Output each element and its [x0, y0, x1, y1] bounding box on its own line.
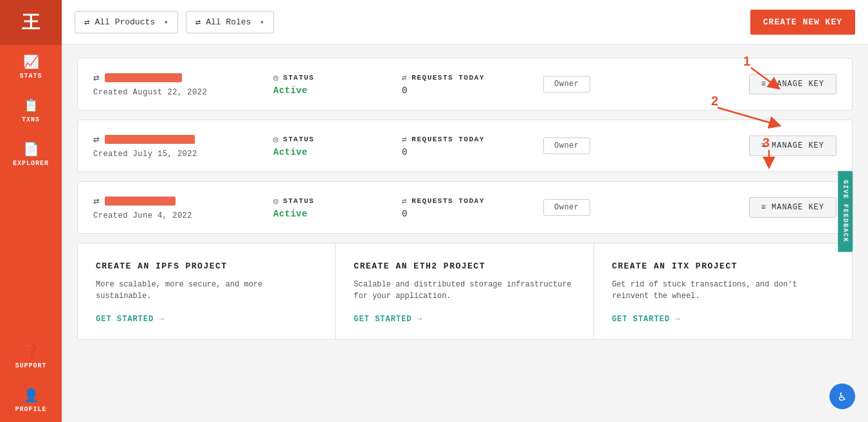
all-roles-chevron: ▾ — [260, 18, 264, 26]
main-content: ⇄ All Products ▾ ⇄ All Roles ▾ CREATE NE… — [62, 0, 868, 422]
txns-icon: 📋 — [23, 98, 39, 114]
status-icon-2: ◎ — [273, 134, 279, 145]
stats-icon: 📈 — [23, 54, 39, 70]
feedback-tab[interactable]: GIVE FEEDBACK — [838, 171, 853, 252]
key-card-2: ⇄ Created July 15, 2022 ◎ STATUS Active … — [77, 119, 853, 172]
support-icon: ❓ — [23, 344, 39, 360]
explorer-icon: 📄 — [23, 141, 39, 157]
key-share-icon-2: ⇄ — [93, 133, 100, 146]
sidebar-item-label-profile: PROFILE — [15, 406, 46, 413]
all-roles-filter[interactable]: ⇄ All Roles ▾ — [186, 11, 274, 33]
key-role-3: Owner — [543, 199, 620, 216]
status-label-2: ◎ STATUS — [273, 134, 402, 145]
requests-icon-2: ⇌ — [402, 134, 408, 145]
key-created-1: Created August 22, 2022 — [93, 88, 273, 97]
all-products-icon: ⇄ — [84, 17, 89, 28]
project-card-ipfs: CREATE AN IPFS PROJECT More scalable, mo… — [78, 243, 336, 339]
requests-value-2: 0 — [402, 147, 543, 157]
role-badge-1: Owner — [543, 76, 590, 92]
requests-value-1: 0 — [402, 85, 543, 96]
key-status-1: ◎ STATUS Active — [273, 73, 402, 96]
status-value-1: Active — [273, 85, 402, 96]
key-info-3: ⇄ Created June 4, 2022 — [93, 195, 273, 220]
project-link-eth2[interactable]: GET STARTED → — [354, 315, 575, 324]
status-icon-1: ◎ — [273, 73, 279, 83]
key-requests-1: ⇌ REQUESTS TODAY 0 — [402, 73, 543, 96]
key-requests-3: ⇌ REQUESTS TODAY 0 — [402, 196, 543, 219]
project-link-ipfs[interactable]: GET STARTED → — [96, 315, 317, 324]
content-area: ⇄ Created August 22, 2022 ◎ STATUS Activ… — [62, 45, 868, 422]
key-name-row-1: ⇄ — [93, 71, 273, 84]
manage-key-button-3[interactable]: ≡ MANAGE KEY — [749, 197, 836, 218]
key-actions-3: ≡ MANAGE KEY — [620, 197, 836, 218]
project-desc-itx: Get rid of stuck transactions, and don't… — [612, 279, 834, 302]
project-link-itx[interactable]: GET STARTED → — [612, 315, 834, 324]
requests-label-2: ⇌ REQUESTS TODAY — [402, 134, 543, 145]
key-role-1: Owner — [543, 76, 620, 92]
manage-key-button-2[interactable]: ≡ MANAGE KEY — [749, 136, 836, 156]
sidebar-item-label-support: SUPPORT — [15, 362, 46, 369]
sidebar-item-label-explorer: EXPLORER — [13, 160, 49, 167]
sidebar-item-label-txns: TXNS — [22, 116, 40, 123]
key-name-redacted-2 — [105, 135, 195, 144]
sidebar-logo: 王 — [0, 0, 62, 45]
key-role-2: Owner — [543, 137, 620, 154]
status-value-3: Active — [273, 209, 402, 219]
requests-icon-1: ⇌ — [402, 73, 408, 83]
status-label-3: ◎ STATUS — [273, 196, 402, 206]
sidebar-item-txns[interactable]: 📋 TXNS — [0, 89, 62, 132]
manage-icon-2: ≡ — [761, 141, 766, 150]
all-roles-icon: ⇄ — [195, 17, 201, 28]
role-badge-3: Owner — [543, 199, 590, 216]
manage-key-button-1[interactable]: ≡ MANAGE KEY — [749, 74, 836, 94]
project-card-eth2: CREATE AN ETH2 PROJECT Scalable and dist… — [336, 243, 593, 339]
project-title-eth2: CREATE AN ETH2 PROJECT — [354, 261, 575, 271]
manage-icon-1: ≡ — [761, 80, 766, 89]
sidebar-item-label-stats: STATS — [19, 73, 42, 80]
topbar: ⇄ All Products ▾ ⇄ All Roles ▾ CREATE NE… — [62, 0, 868, 45]
project-title-itx: CREATE AN ITX PROJECT — [612, 261, 834, 271]
key-name-redacted-1 — [105, 73, 182, 82]
create-new-key-button[interactable]: CREATE NEW KEY — [750, 10, 855, 35]
requests-value-3: 0 — [402, 209, 543, 219]
all-products-filter[interactable]: ⇄ All Products ▾ — [75, 11, 178, 33]
sidebar-item-explorer[interactable]: 📄 EXPLORER — [0, 132, 62, 176]
project-title-ipfs: CREATE AN IPFS PROJECT — [96, 261, 317, 271]
status-value-2: Active — [273, 147, 402, 157]
key-name-row-3: ⇄ — [93, 195, 273, 207]
key-name-redacted-3 — [105, 197, 176, 206]
key-card-1: ⇄ Created August 22, 2022 ◎ STATUS Activ… — [77, 58, 853, 110]
sidebar: 王 📈 STATS 📋 TXNS 📄 EXPLORER ❓ SUPPORT 👤 … — [0, 0, 62, 422]
accessibility-button[interactable]: ♿ — [829, 383, 855, 409]
key-card-3: ⇄ Created June 4, 2022 ◎ STATUS Active ⇌… — [77, 181, 853, 234]
sidebar-item-support[interactable]: ❓ SUPPORT — [0, 335, 62, 378]
key-share-icon-1: ⇄ — [93, 71, 100, 84]
all-products-chevron: ▾ — [164, 18, 168, 26]
sidebar-item-stats[interactable]: 📈 STATS — [0, 45, 62, 89]
project-cards: CREATE AN IPFS PROJECT More scalable, mo… — [77, 243, 853, 340]
key-created-3: Created June 4, 2022 — [93, 211, 273, 220]
key-info-2: ⇄ Created July 15, 2022 — [93, 133, 273, 159]
key-requests-2: ⇌ REQUESTS TODAY 0 — [402, 134, 543, 157]
key-created-2: Created July 15, 2022 — [93, 150, 273, 159]
accessibility-icon: ♿ — [838, 389, 846, 405]
all-products-label: All Products — [95, 17, 155, 27]
project-desc-ipfs: More scalable, more secure, and more sus… — [96, 279, 317, 302]
key-name-row-2: ⇄ — [93, 133, 273, 146]
key-status-3: ◎ STATUS Active — [273, 196, 402, 219]
requests-label-3: ⇌ REQUESTS TODAY — [402, 196, 543, 206]
project-desc-eth2: Scalable and distributed storage infrast… — [354, 279, 575, 302]
status-label-1: ◎ STATUS — [273, 73, 402, 83]
requests-label-1: ⇌ REQUESTS TODAY — [402, 73, 543, 83]
status-icon-3: ◎ — [273, 196, 279, 206]
key-status-2: ◎ STATUS Active — [273, 134, 402, 157]
key-actions-2: ≡ MANAGE KEY — [620, 136, 836, 156]
all-roles-label: All Roles — [206, 17, 251, 27]
sidebar-item-profile[interactable]: 👤 PROFILE — [0, 378, 62, 422]
profile-icon: 👤 — [23, 387, 39, 403]
manage-icon-3: ≡ — [761, 203, 766, 212]
key-info-1: ⇄ Created August 22, 2022 — [93, 71, 273, 97]
key-share-icon-3: ⇄ — [93, 195, 100, 207]
role-badge-2: Owner — [543, 137, 590, 154]
project-card-itx: CREATE AN ITX PROJECT Get rid of stuck t… — [594, 243, 852, 339]
